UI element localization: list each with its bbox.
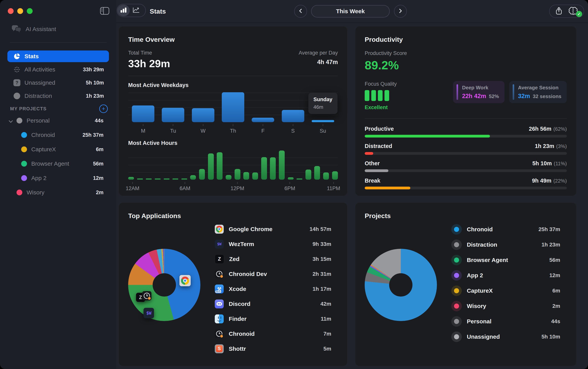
projects-legend-list: Chronoid25h 37mDistraction1h 23mBrowser … [451,222,567,344]
sidebar-item-ai-assistant[interactable]: AI Assistant [5,22,111,36]
hour-bar[interactable] [296,178,302,180]
weekday-axis-label: M [128,124,158,134]
weekday-bar[interactable] [162,108,184,122]
app-name: Chronoid Dev [229,271,267,277]
weekday-bar[interactable] [222,92,244,122]
projects-donut-chart[interactable] [365,249,437,321]
weekday-bar-column[interactable] [188,92,218,122]
app-row: Google Chrome14h 57m [215,222,338,236]
weekday-bar[interactable] [252,118,274,122]
hour-bar[interactable] [305,170,311,180]
period-selector[interactable]: This Week [311,5,390,18]
hour-bar[interactable] [226,175,232,180]
legend-row: Personal44s [451,314,567,329]
hour-bar[interactable] [128,177,134,180]
sidebar-project-row[interactable]: CaptureX6m [0,142,116,156]
tooltip-value: 46m [314,104,333,110]
ai-sync-button[interactable]: ✓ [568,7,578,16]
line-chart-view-button[interactable] [130,5,142,16]
breakdown-percent: (62%) [553,126,567,132]
sidebar-item-duration: 5h 10m [86,80,104,86]
sidebar-item-label: Unassigned [24,79,55,86]
tile-label: Average Session [518,85,561,91]
previous-period-button[interactable] [294,5,307,18]
bar-chart-view-button[interactable] [117,5,130,16]
total-time-value: 33h 29m [128,58,170,70]
breakdown-label: Distracted [365,143,392,149]
chevron-down-icon[interactable] [9,119,13,123]
tile-suffix: 52% [489,93,499,99]
legend-label: Personal [467,318,491,325]
breakdown-label: Other [365,160,380,167]
breakdown-percent: (11%) [554,161,567,166]
hour-bar[interactable] [314,166,320,180]
legend-duration: 6m [552,288,567,294]
dots-grid-icon [12,66,21,73]
weekday-bar-column[interactable] [218,92,248,122]
card-title: Productivity [365,36,567,43]
hour-bar[interactable] [279,151,285,180]
question-mark-icon: ? [12,79,21,86]
hour-bar[interactable] [332,171,338,180]
weekday-bar[interactable] [132,105,154,122]
sidebar-item-distraction[interactable]: Distraction 1h 23m [7,90,109,102]
sidebar-project-row[interactable]: Personal44s [0,113,116,128]
toolbar: Stats This Week [116,0,588,23]
hour-bar[interactable] [164,178,170,180]
hour-bar[interactable] [243,172,249,180]
weekday-bar-column[interactable] [248,92,278,122]
hour-bar[interactable] [252,173,258,180]
sidebar-item-all-activities[interactable]: All Activities 33h 29m [7,64,109,75]
hour-bar[interactable] [155,178,161,180]
focus-quality-segment [385,90,389,101]
weekday-bar-column[interactable] [128,92,158,122]
hour-bar[interactable] [146,178,152,180]
app-duration: 42m [320,301,338,307]
hour-bar[interactable] [137,178,143,180]
app-name: Discord [229,301,251,307]
sidebar-project-row[interactable]: Chronoid25h 37m [0,128,116,142]
weekday-axis: MTuWThFSSu [128,124,338,134]
project-color-dot [21,175,27,181]
weekday-bar[interactable] [282,110,304,122]
minimize-button[interactable] [17,8,23,14]
app-name: Shottr [229,346,246,352]
hour-bar[interactable] [323,173,329,180]
hour-bar[interactable] [270,157,276,180]
weekday-bar-column[interactable] [278,92,308,122]
project-label: Personal [27,117,50,124]
hour-bar[interactable] [181,178,187,180]
apps-list: Google Chrome14h 57mWezTerm9h 33mZed3h 1… [215,222,338,356]
sidebar-project-row[interactable]: Wisory2m [0,185,116,200]
sidebar-toggle-button[interactable] [100,7,110,16]
sidebar-project-row[interactable]: Browser Agent56m [0,156,116,171]
sidebar-project-row[interactable]: App 212m [0,171,116,185]
time-overview-card: Time Overview Total Time 33h 29m Average… [119,26,347,196]
hour-bar[interactable] [261,157,267,180]
hour-bar[interactable] [172,178,178,180]
sidebar-item-stats[interactable]: Stats [7,51,109,62]
hour-bar[interactable] [234,169,240,180]
weekday-bar[interactable] [312,120,334,122]
hour-bar[interactable] [190,175,196,180]
project-label: Wisory [27,189,44,196]
apps-donut-chart[interactable] [128,249,200,321]
hour-bar[interactable] [208,154,214,180]
sidebar-item-duration: 33h 29m [83,67,104,73]
close-button[interactable] [8,8,14,14]
legend-row: Browser Agent56m [451,252,567,268]
hour-bar[interactable] [288,177,294,180]
add-project-button[interactable]: + [99,104,108,113]
sidebar-item-unassigned[interactable]: ? Unassigned 5h 10m [7,77,109,89]
hour-bar[interactable] [199,169,205,180]
weekday-bar-column[interactable] [158,92,188,122]
hour-bar[interactable] [217,152,223,180]
weekday-bar[interactable] [192,108,214,122]
main-area: Stats This Week [116,0,588,369]
app-row: Finder11m [215,311,338,326]
project-color-dot [21,132,27,138]
zoom-button[interactable] [27,8,33,14]
zed-icon [215,254,224,264]
next-period-button[interactable] [394,5,407,18]
share-button[interactable] [555,7,562,16]
